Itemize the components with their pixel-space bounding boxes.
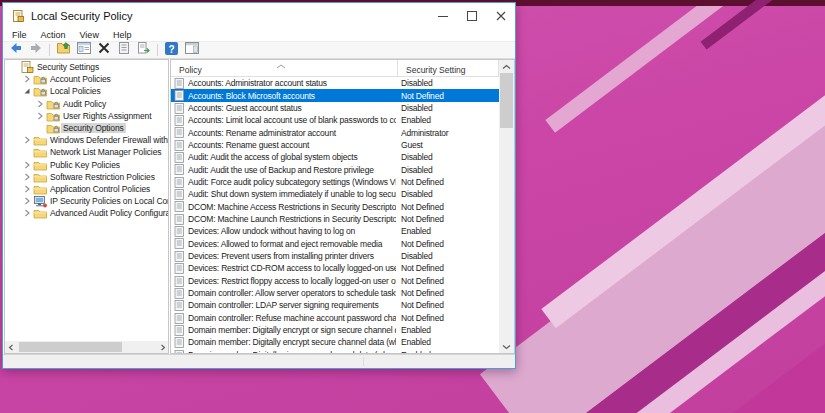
tree-item-security-options[interactable]: Security Options (5, 122, 168, 134)
help-button[interactable]: ? (162, 43, 181, 58)
minimize-button[interactable] (428, 3, 457, 28)
tree-item-audit-policy[interactable]: Audit Policy (5, 98, 168, 110)
tree-item-security-settings[interactable]: Security Settings (5, 61, 168, 73)
column-header-policy[interactable]: Policy (171, 60, 398, 77)
tree-horizontal-scrollbar[interactable] (5, 341, 168, 353)
policy-row[interactable]: Audit: Shut down system immediately if u… (171, 188, 499, 200)
policy-row[interactable]: Audit: Audit the use of Backup and Resto… (171, 163, 499, 175)
policy-setting: Enabled (401, 336, 499, 348)
list-header: Policy Security Setting (171, 60, 499, 77)
policy-name: DCOM: Machine Launch Restrictions in Sec… (188, 213, 396, 225)
policy-name: Devices: Prevent users from installing p… (188, 250, 396, 262)
tree-item-label: Account Policies (48, 74, 113, 84)
policy-row[interactable]: Domain controller: LDAP server signing r… (171, 299, 499, 311)
toolbar: ? (3, 42, 515, 59)
forward-arrow-icon (28, 40, 44, 60)
policy-name: DCOM: Machine Access Restrictions in Sec… (188, 200, 396, 212)
policy-row[interactable]: Devices: Prevent users from installing p… (171, 250, 499, 262)
policy-row[interactable]: Devices: Allow undock without having to … (171, 225, 499, 237)
column-header-policy-label: Policy (179, 65, 202, 75)
policy-name: Accounts: Rename guest account (188, 139, 396, 151)
policy-row[interactable]: Devices: Restrict CD-ROM access to local… (171, 262, 499, 274)
toolbar-separator (157, 44, 158, 56)
tree-item-ip-security-policies-on-local-compute[interactable]: IP Security Policies on Local Compute (5, 195, 168, 207)
up-one-level-button[interactable] (54, 43, 73, 58)
chevron-right-icon[interactable] (22, 197, 32, 205)
show-action-pane-button[interactable] (182, 43, 201, 58)
policy-setting: Disabled (401, 188, 499, 200)
scrollbar-thumb[interactable] (19, 342, 122, 352)
tree-item-local-policies[interactable]: Local Policies (5, 85, 168, 97)
chevron-right-icon[interactable] (22, 161, 32, 169)
policy-name: Devices: Allowed to format and eject rem… (188, 237, 396, 249)
policy-name: Domain member: Digitally encrypt secure … (188, 336, 396, 348)
policy-setting: Not Defined (401, 176, 499, 188)
tree-item-software-restriction-policies[interactable]: Software Restriction Policies (5, 171, 168, 183)
tree-item-advanced-audit-policy-configuration[interactable]: Advanced Audit Policy Configuration (5, 207, 168, 219)
folder-icon (32, 146, 48, 158)
policy-row[interactable]: Domain controller: Allow server operator… (171, 287, 499, 299)
delete-button[interactable] (94, 43, 113, 58)
policy-setting: Not Defined (401, 299, 499, 311)
policy-setting: Enabled (401, 349, 499, 353)
scrollbar-thumb[interactable] (500, 73, 513, 128)
policy-row[interactable]: Accounts: Rename guest accountGuest (171, 139, 499, 151)
policy-row[interactable]: DCOM: Machine Launch Restrictions in Sec… (171, 213, 499, 225)
policy-row[interactable]: Audit: Force audit policy subcategory se… (171, 176, 499, 188)
close-button[interactable] (486, 3, 515, 28)
folder-lock-icon (32, 73, 48, 85)
policy-row[interactable]: Accounts: Limit local account use of bla… (171, 114, 499, 126)
policy-row[interactable]: Domain member: Digitally encrypt secure … (171, 336, 499, 348)
tree-item-application-control-policies[interactable]: Application Control Policies (5, 183, 168, 195)
show-console-tree-button[interactable] (74, 43, 93, 58)
chevron-right-icon[interactable] (35, 112, 45, 120)
back-button[interactable] (6, 43, 25, 58)
policy-row[interactable]: DCOM: Machine Access Restrictions in Sec… (171, 200, 499, 212)
export-list-button[interactable] (134, 43, 153, 58)
chevron-right-icon[interactable] (35, 100, 45, 108)
scroll-right-icon[interactable] (156, 341, 168, 353)
policy-row[interactable]: Audit: Audit the access of global system… (171, 151, 499, 163)
scroll-left-icon[interactable] (5, 341, 17, 353)
action-pane-icon (184, 40, 200, 60)
svg-text:?: ? (168, 43, 174, 54)
chevron-right-icon[interactable] (22, 209, 32, 217)
policy-setting: Disabled (401, 102, 499, 114)
tree-item-public-key-policies[interactable]: Public Key Policies (5, 159, 168, 171)
local-security-policy-window: Local Security Policy FileActionViewHelp… (2, 2, 516, 369)
properties-button[interactable] (114, 43, 133, 58)
tree-item-network-list-manager-policies[interactable]: Network List Manager Policies (5, 146, 168, 158)
policy-name: Accounts: Administrator account status (188, 77, 396, 89)
chevron-right-icon[interactable] (22, 136, 32, 144)
chevron-expanded-icon[interactable] (22, 87, 32, 95)
scrollbar-track[interactable] (17, 341, 156, 353)
policy-row[interactable]: Accounts: Administrator account statusDi… (171, 77, 499, 89)
help-icon: ? (164, 41, 179, 60)
policy-row[interactable]: Domain member: Digitally sign secure cha… (171, 349, 499, 353)
folder-icon (32, 159, 48, 171)
scroll-down-icon[interactable] (499, 340, 514, 353)
chevron-right-icon[interactable] (22, 173, 32, 181)
list-vertical-scrollbar[interactable] (499, 60, 514, 353)
tree-item-account-policies[interactable]: Account Policies (5, 73, 168, 85)
maximize-button[interactable] (457, 3, 486, 28)
tree-rows: Security SettingsAccount PoliciesLocal P… (5, 61, 168, 341)
policy-row[interactable]: Devices: Allowed to format and eject rem… (171, 237, 499, 249)
scroll-up-icon[interactable] (499, 60, 514, 73)
policy-name: Devices: Restrict CD-ROM access to local… (188, 262, 396, 274)
policy-name: Accounts: Guest account status (188, 102, 396, 114)
policy-list-pane: Policy Security Setting Accounts: Admini… (170, 59, 515, 354)
title-bar[interactable]: Local Security Policy (3, 3, 515, 28)
chevron-right-icon[interactable] (22, 185, 32, 193)
policy-row[interactable]: Domain member: Digitally encrypt or sign… (171, 324, 499, 336)
policy-row[interactable]: Accounts: Rename administrator accountAd… (171, 126, 499, 138)
policy-row[interactable]: Accounts: Block Microsoft accountsNot De… (171, 89, 499, 101)
policy-row[interactable]: Accounts: Guest account statusDisabled (171, 102, 499, 114)
policy-row[interactable]: Domain controller: Refuse machine accoun… (171, 312, 499, 324)
policy-row[interactable]: Devices: Restrict floppy access to local… (171, 275, 499, 287)
forward-button[interactable] (26, 43, 45, 58)
tree-item-user-rights-assignment[interactable]: User Rights Assignment (5, 110, 168, 122)
column-header-security-setting[interactable]: Security Setting (398, 60, 499, 77)
chevron-right-icon[interactable] (22, 75, 32, 83)
tree-item-windows-defender-firewall-with-adva[interactable]: Windows Defender Firewall with Adva (5, 134, 168, 146)
